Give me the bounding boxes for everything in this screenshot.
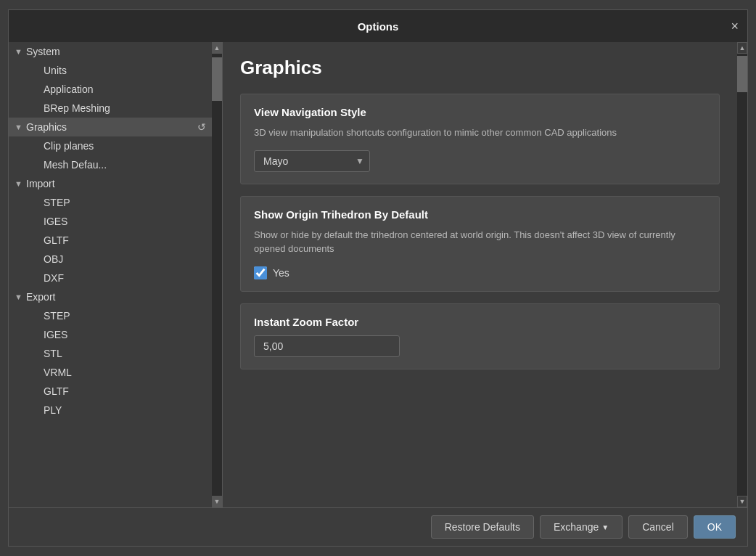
sidebar-item-stl[interactable]: STL (9, 344, 212, 363)
sidebar-item-export[interactable]: ▼ Export (9, 287, 212, 306)
content-scrollbar: ▲ ▼ (737, 42, 747, 507)
exchange-arrow-icon: ▼ (601, 523, 609, 531)
origin-checkbox[interactable] (254, 266, 267, 279)
tree-arrow-icon: ▼ (15, 123, 26, 131)
page-title: Graphics (240, 57, 720, 79)
section-desc-view-nav: 3D view manipulation shortcuts configura… (254, 126, 706, 140)
ok-button[interactable]: OK (694, 515, 736, 539)
content-scroll-up-button[interactable]: ▲ (737, 42, 747, 54)
scroll-track (212, 54, 222, 496)
sidebar-item-label: System (26, 46, 60, 57)
sidebar-item-label: IGES (44, 329, 67, 340)
sidebar-item-iges-export[interactable]: IGES (9, 325, 212, 344)
sidebar-item-label: Clip planes (44, 140, 94, 152)
sidebar-item-clip-planes[interactable]: Clip planes (9, 136, 212, 155)
checkbox-label-yes: Yes (273, 267, 289, 279)
reset-icon[interactable]: ↺ (197, 121, 206, 133)
section-title-zoom: Instant Zoom Factor (254, 316, 706, 328)
sidebar-item-ply[interactable]: PLY (9, 401, 212, 420)
sidebar-scrollbar: ▲ ▼ (212, 42, 222, 507)
sidebar-item-label: Mesh Defau... (44, 159, 107, 171)
content-panel: Graphics View Navigation Style 3D view m… (223, 42, 747, 507)
scroll-thumb (212, 57, 222, 101)
restore-defaults-button[interactable]: Restore Defaults (431, 515, 534, 539)
dialog-title: Options (358, 20, 399, 33)
content-scroll-down-button[interactable]: ▼ (737, 496, 747, 507)
footer: Restore Defaults Exchange ▼ Cancel OK (9, 507, 747, 546)
sidebar: ▼ SystemUnitsApplicationBRep Meshing▼ Gr… (9, 42, 223, 507)
sidebar-item-label: Import (26, 178, 55, 189)
sidebar-item-graphics[interactable]: ▼ Graphics↺ (9, 118, 212, 136)
sidebar-item-label: GLTF (44, 234, 69, 246)
sidebar-item-label: DXF (44, 272, 64, 284)
checkbox-row-yes: Yes (254, 266, 706, 279)
options-dialog: Options × ▼ SystemUnitsApplicationBRep M… (8, 9, 748, 547)
sidebar-item-label: STEP (44, 310, 70, 322)
sidebar-item-mesh-default[interactable]: Mesh Defau... (9, 155, 212, 174)
sidebar-scroll[interactable]: ▼ SystemUnitsApplicationBRep Meshing▼ Gr… (9, 42, 212, 507)
content-scroll-thumb (737, 56, 747, 92)
sidebar-item-label: Application (44, 83, 94, 95)
sidebar-item-units[interactable]: Units (9, 61, 212, 80)
sidebar-item-gltf-export[interactable]: GLTF (9, 382, 212, 401)
sidebar-item-step[interactable]: STEP (9, 193, 212, 212)
dialog-body: ▼ SystemUnitsApplicationBRep Meshing▼ Gr… (9, 42, 747, 507)
sidebar-item-system[interactable]: ▼ System (9, 42, 212, 61)
sidebar-item-label: VRML (44, 367, 72, 378)
tree-arrow-icon: ▼ (15, 293, 26, 301)
exchange-button[interactable]: Exchange ▼ (540, 515, 623, 539)
sidebar-item-label: OBJ (44, 253, 63, 265)
sidebar-item-label: BRep Meshing (44, 102, 110, 114)
sidebar-item-label: Units (44, 65, 67, 76)
nav-style-dropdown-wrapper: MayoCatiaSolidWorksBlender3ds Max ▼ (254, 150, 370, 172)
sidebar-item-import[interactable]: ▼ Import (9, 174, 212, 193)
sidebar-item-label: Graphics (26, 121, 67, 133)
section-title-view-nav: View Navigation Style (254, 106, 706, 118)
section-view-nav: View Navigation Style 3D view manipulati… (240, 94, 720, 184)
content-scroll[interactable]: Graphics View Navigation Style 3D view m… (223, 42, 737, 507)
nav-style-dropdown[interactable]: MayoCatiaSolidWorksBlender3ds Max (254, 150, 370, 172)
sidebar-item-step-export[interactable]: STEP (9, 306, 212, 325)
sidebar-item-vrml[interactable]: VRML (9, 363, 212, 382)
sidebar-item-label: PLY (44, 404, 62, 416)
sidebar-item-dxf[interactable]: DXF (9, 269, 212, 287)
sidebar-item-application[interactable]: Application (9, 80, 212, 99)
title-bar: Options × (9, 10, 747, 42)
scroll-down-button[interactable]: ▼ (212, 496, 222, 507)
sidebar-item-obj[interactable]: OBJ (9, 250, 212, 269)
scroll-up-button[interactable]: ▲ (212, 42, 222, 54)
sidebar-item-gltf[interactable]: GLTF (9, 231, 212, 250)
section-origin-trihedron: Show Origin Trihedron By Default Show or… (240, 196, 720, 292)
sidebar-item-label: GLTF (44, 385, 69, 397)
section-desc-origin: Show or hide by default the trihedron ce… (254, 228, 706, 256)
sidebar-item-label: STEP (44, 197, 70, 208)
sidebar-item-label: IGES (44, 216, 67, 227)
sidebar-item-brep-meshing[interactable]: BRep Meshing (9, 99, 212, 118)
zoom-factor-input[interactable] (254, 335, 400, 357)
section-title-origin: Show Origin Trihedron By Default (254, 208, 706, 221)
section-zoom-factor: Instant Zoom Factor (240, 303, 720, 369)
sidebar-item-iges[interactable]: IGES (9, 212, 212, 231)
tree-arrow-icon: ▼ (15, 179, 26, 188)
sidebar-item-label: Export (26, 291, 55, 303)
tree-arrow-icon: ▼ (15, 47, 26, 56)
content-scroll-track (737, 54, 747, 496)
sidebar-item-label: STL (44, 348, 62, 359)
cancel-button[interactable]: Cancel (628, 515, 688, 539)
close-button[interactable]: × (731, 20, 739, 33)
